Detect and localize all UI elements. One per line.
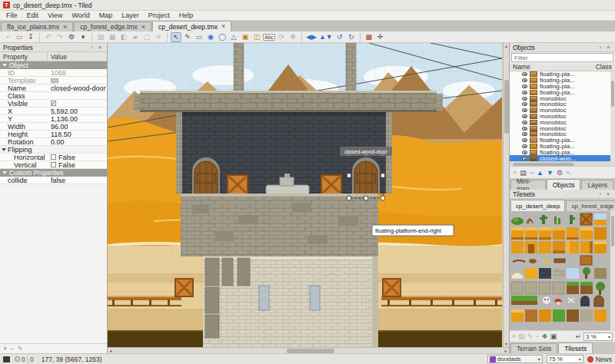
remove-tileset-icon[interactable]: −	[535, 333, 539, 340]
objects-list-scrollbar[interactable]	[610, 71, 615, 161]
tab-objects[interactable]: Objects	[547, 179, 581, 190]
flip-vertical-icon[interactable]: ▲▼	[318, 32, 334, 42]
float-panel-icon[interactable]: ▫	[597, 44, 604, 51]
property-group-flipping[interactable]: Flipping	[0, 146, 107, 154]
close-tab-icon[interactable]: ×	[141, 24, 145, 31]
map-vertical-scrollbar[interactable]: ▴ ▾	[503, 43, 509, 347]
visibility-eye-icon[interactable]	[522, 91, 527, 94]
tileset-tab-cp-forest-edge[interactable]: cp_forest_edge	[566, 200, 615, 211]
menu-map[interactable]: Map	[95, 11, 118, 21]
tileset-zoom-select[interactable]: 3 % ▾	[583, 333, 613, 341]
select-objects-icon[interactable]: ↖	[171, 32, 181, 42]
object-list-item-selected[interactable]: closed-woo...	[510, 155, 615, 161]
close-tab-icon[interactable]: ×	[63, 24, 67, 31]
tileset-view[interactable]	[510, 211, 615, 330]
close-panel-icon[interactable]: ×	[96, 44, 104, 51]
commands-dropdown-icon[interactable]: ▾	[78, 32, 88, 42]
wrap-tiles-icon[interactable]: ↵	[575, 333, 581, 340]
news-button[interactable]: News	[587, 356, 612, 363]
insert-tile-icon[interactable]: ▣	[240, 32, 251, 42]
visibility-eye-icon[interactable]	[522, 127, 527, 131]
menu-layer[interactable]: Layer	[117, 11, 144, 21]
float-panel-icon[interactable]: ▫	[88, 44, 96, 51]
visibility-eye-icon[interactable]	[522, 151, 527, 154]
vertical-scroll-thumb[interactable]	[504, 80, 509, 134]
console-toggle-icon[interactable]	[3, 356, 10, 362]
tab-tilesets[interactable]: Tilesets	[558, 342, 593, 353]
property-row-x[interactable]: X 5,592.00	[0, 108, 107, 115]
visibility-eye-icon[interactable]	[522, 132, 527, 136]
map-zoom-select[interactable]: 75 % ▾	[547, 355, 583, 363]
property-row-class[interactable]: Class	[0, 92, 107, 100]
redo-icon[interactable]: ↷	[55, 32, 65, 42]
tileset-tab-cp-desert-deep[interactable]: cp_desert_deep	[510, 200, 565, 211]
map-canvas[interactable]: closed-wood-door floating-platform-end-r…	[108, 43, 503, 347]
tileset-scrollbar[interactable]	[610, 211, 615, 330]
new-tileset-icon[interactable]: +	[512, 333, 516, 340]
flip-horizontal-icon[interactable]: ◀▶	[305, 32, 317, 42]
embed-tileset-icon[interactable]: ▤	[518, 333, 525, 340]
visibility-eye-icon[interactable]	[522, 72, 527, 76]
property-group-custom[interactable]: Custom Properties	[0, 169, 107, 177]
tab-terrain-sets[interactable]: Terrain Sets	[510, 343, 557, 353]
float-panel-icon[interactable]: ▫	[597, 190, 604, 197]
flip-vertical-checkbox[interactable]	[51, 162, 56, 167]
rect-select-icon[interactable]: ▢	[141, 32, 152, 42]
horizontal-scroll-thumb[interactable]	[287, 349, 334, 353]
tab-layers[interactable]: Layers	[581, 180, 613, 190]
insert-polygon-icon[interactable]: △	[228, 32, 239, 42]
visibility-eye-icon[interactable]	[522, 84, 527, 88]
property-row-rotation[interactable]: Rotation 0.00	[0, 138, 107, 146]
rotate-icon[interactable]: ⟳	[276, 32, 287, 42]
edit-tileset-icon[interactable]: ✎	[527, 333, 534, 340]
visible-checkbox[interactable]: ✓	[51, 101, 56, 106]
visibility-eye-icon[interactable]	[522, 138, 527, 142]
eraser-icon[interactable]: ▰	[130, 32, 141, 42]
magic-wand-icon[interactable]: ✳	[153, 32, 164, 42]
property-row-y[interactable]: Y 1,136.00	[0, 115, 107, 123]
open-folder-icon[interactable]: ▭	[14, 32, 25, 42]
insert-template-icon[interactable]: ◫	[251, 32, 262, 42]
property-row-visible[interactable]: Visible ✓	[0, 100, 107, 108]
visibility-eye-icon[interactable]	[522, 97, 527, 101]
highlight-layer-icon[interactable]: ▩	[364, 32, 374, 42]
duplicate-object-icon[interactable]: ▤	[520, 169, 527, 177]
visibility-eye-icon[interactable]	[522, 144, 527, 148]
insert-point-icon[interactable]: ◉	[205, 32, 216, 42]
menu-world[interactable]: World	[67, 11, 94, 21]
tab-cp-desert-deep[interactable]: cp_desert_deep.tmx ×	[152, 21, 231, 31]
bucket-fill-icon[interactable]: ◧	[118, 32, 129, 42]
visibility-eye-icon[interactable]	[522, 78, 527, 82]
object-properties-icon[interactable]: ⚙	[557, 169, 563, 177]
menu-help[interactable]: Help	[175, 11, 198, 21]
scroll-up-icon[interactable]: ▴	[504, 43, 510, 49]
rotate-right-icon[interactable]: ↻	[346, 32, 357, 42]
property-row-width[interactable]: Width 96.00	[0, 123, 107, 131]
tab-cp-forest-edge[interactable]: cp_forest_edge.tmx ×	[74, 22, 151, 31]
visibility-eye-icon[interactable]	[522, 102, 527, 106]
edit-polygons-icon[interactable]: ✎	[182, 32, 193, 42]
close-panel-icon[interactable]: ×	[604, 190, 612, 197]
add-property-icon[interactable]: +	[3, 345, 7, 352]
visibility-eye-icon[interactable]	[522, 121, 527, 124]
objects-filter-input[interactable]	[511, 53, 613, 62]
visibility-eye-icon[interactable]	[522, 114, 527, 118]
menu-file[interactable]: File	[2, 11, 22, 21]
stamp-variation-icon[interactable]: ▣	[550, 333, 557, 340]
property-row-name[interactable]: Name closed-wood-door	[0, 84, 107, 92]
save-icon[interactable]: ↧	[25, 32, 36, 42]
terrain-fill-icon[interactable]: ❖	[542, 333, 548, 340]
move-object-up-icon[interactable]: ▲	[537, 169, 544, 177]
remove-property-icon[interactable]: −	[10, 345, 14, 352]
close-tab-icon[interactable]: ×	[221, 23, 225, 30]
insert-ellipse-icon[interactable]: ◯	[217, 32, 228, 42]
flip-horizontal-checkbox[interactable]	[51, 154, 56, 160]
new-file-icon[interactable]: ▫	[2, 32, 13, 42]
visibility-eye-icon[interactable]	[522, 157, 527, 160]
scroll-down-icon[interactable]: ▾	[504, 341, 510, 347]
terrain-brush-icon[interactable]: ▦	[107, 32, 118, 42]
add-object-icon[interactable]: +	[513, 169, 517, 177]
property-row-flip-vertical[interactable]: Vertical False	[0, 161, 107, 169]
tab-mini-map[interactable]: Mini-map	[510, 180, 546, 190]
remove-object-icon[interactable]: −	[530, 169, 534, 177]
